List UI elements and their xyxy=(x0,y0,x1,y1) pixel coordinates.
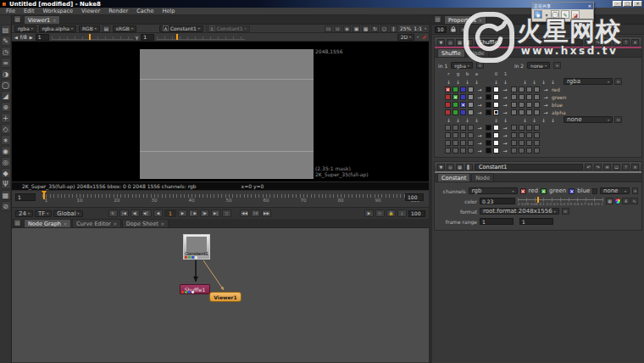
matrix-checkbox[interactable] xyxy=(534,102,540,108)
input-b-select[interactable]: B Constant1▾ xyxy=(206,25,250,32)
in1-link-button[interactable]: = xyxy=(476,62,484,69)
matrix-checkbox[interactable] xyxy=(511,132,517,138)
matrix-checkbox[interactable] xyxy=(460,140,466,146)
redo-icon[interactable]: ↷ xyxy=(594,39,602,46)
gain-value[interactable]: 1 xyxy=(36,34,49,41)
close-icon[interactable]: ✕ xyxy=(631,39,639,46)
matrix-checkbox[interactable] xyxy=(452,94,458,100)
matrix-checkbox[interactable] xyxy=(526,94,532,100)
views-icon[interactable]: ◎ xyxy=(1,157,11,167)
node-color-icon[interactable]: ▌ xyxy=(465,39,473,46)
matrix-checkbox[interactable] xyxy=(519,87,525,92)
tab-close-icon[interactable]: ✕ xyxy=(53,18,56,23)
menu-viewer[interactable]: Viewer xyxy=(77,8,104,14)
matrix-checkbox[interactable] xyxy=(460,148,466,154)
lock-panels-icon[interactable] xyxy=(449,26,457,33)
playback-range-field[interactable]: 100 xyxy=(408,210,425,217)
menu-render[interactable]: Render xyxy=(104,8,132,14)
matrix-checkbox[interactable] xyxy=(511,94,517,100)
green-channel-checkbox[interactable] xyxy=(541,188,547,194)
matrix-checkbox[interactable] xyxy=(511,140,517,146)
manage-icon[interactable]: ≡ xyxy=(603,39,611,46)
matrix-checkbox[interactable] xyxy=(526,109,532,115)
prev-keyframe-button[interactable]: ◀| xyxy=(130,209,140,217)
other-icon[interactable]: ▦ xyxy=(1,190,11,200)
swatch-icon[interactable]: ▦ xyxy=(456,39,464,46)
color-slider[interactable]: 00.050.080.10.20.30.40.50.60.70.80.91 xyxy=(518,197,603,205)
gain-slider[interactable] xyxy=(52,35,133,40)
gamma-slider[interactable] xyxy=(157,35,245,40)
matrix-checkbox[interactable] xyxy=(486,132,491,138)
matrix-checkbox[interactable] xyxy=(468,132,474,138)
center-node-icon[interactable]: ◎ xyxy=(447,164,454,170)
shuffle-node-name[interactable]: Shuffle1 xyxy=(475,39,583,46)
animation-curve-icon[interactable]: ∿ xyxy=(630,198,638,204)
step-forward-button[interactable]: ▏▶ xyxy=(189,209,198,217)
tab-constant[interactable]: Constant xyxy=(437,173,470,182)
frame-range-to-field[interactable]: 1 xyxy=(519,218,553,225)
extra-channel-select[interactable]: none▾ xyxy=(600,187,630,194)
matrix-checkbox[interactable] xyxy=(534,125,540,131)
roi-icon[interactable]: ◈ xyxy=(343,25,351,32)
stereo-select-caret[interactable]: ▾ xyxy=(417,35,419,39)
color-wheel-icon[interactable] xyxy=(614,198,621,204)
matrix-checkbox[interactable] xyxy=(445,148,451,154)
matrix-checkbox[interactable] xyxy=(526,102,532,108)
import-range-icon[interactable]: ⭳ xyxy=(397,209,407,217)
chat-icon[interactable]: 💬 xyxy=(551,10,559,19)
channels-link-button[interactable]: = xyxy=(632,187,638,194)
channels-select[interactable]: rgb▾ xyxy=(469,187,518,194)
tab-close-icon[interactable]: ✕ xyxy=(64,221,67,226)
matrix-checkbox[interactable] xyxy=(534,132,540,138)
node-graph-canvas[interactable]: Constant1 Shuffle1 Viewer1 xyxy=(12,228,429,362)
menu-workspace[interactable]: Workspace xyxy=(38,8,77,14)
input-a-select[interactable]: A Constant1▾ xyxy=(159,25,203,32)
menu-help[interactable]: Help xyxy=(158,8,179,14)
color-swatch-icon[interactable]: ▦ xyxy=(606,198,613,204)
eraser-icon[interactable]: ◪ xyxy=(571,10,580,19)
matrix-checkbox[interactable] xyxy=(486,87,491,92)
display-channel-select[interactable]: RGB▾ xyxy=(79,25,100,32)
undo-icon[interactable]: ↶ xyxy=(585,39,592,46)
fps-select[interactable]: 24▾ xyxy=(15,210,33,217)
out2-select-link-button[interactable]: = xyxy=(614,116,622,123)
layer-select[interactable]: rgba▾ xyxy=(14,25,36,32)
metadata-icon[interactable]: ◆ xyxy=(1,168,11,178)
in1-select[interactable]: rgba▾ xyxy=(451,62,473,69)
lock-range-icon[interactable]: 🔒 xyxy=(386,209,396,217)
matrix-checkbox[interactable] xyxy=(460,109,466,115)
matrix-checkbox[interactable] xyxy=(460,102,466,108)
matrix-checkbox[interactable] xyxy=(445,94,451,100)
matrix-checkbox[interactable] xyxy=(493,140,499,146)
tab-shuffle[interactable]: Shuffle xyxy=(437,48,465,57)
matrix-checkbox[interactable] xyxy=(493,94,499,100)
timecode-mode-select[interactable]: TF▾ xyxy=(35,210,52,217)
pane-menu-icon[interactable]: ▥ xyxy=(434,15,441,23)
gain-stop-label[interactable]: f/8 xyxy=(20,34,27,40)
node-shuffle1[interactable]: Shuffle1 xyxy=(180,284,210,294)
stop-button[interactable]: ○ xyxy=(222,209,231,217)
matrix-checkbox[interactable] xyxy=(519,94,525,100)
out1-select[interactable]: rgba▾ xyxy=(564,78,613,85)
keyer-icon[interactable]: ◢ xyxy=(1,91,11,101)
filter-icon[interactable]: ◯ xyxy=(1,80,11,90)
float-icon[interactable]: ▭ xyxy=(613,164,620,170)
draw-icon[interactable]: ✎ xyxy=(1,36,11,46)
matrix-checkbox[interactable] xyxy=(526,87,532,92)
swatch-icon[interactable]: ▦ xyxy=(456,164,464,170)
proxy-icon[interactable]: ▣ xyxy=(353,25,360,32)
merge-icon[interactable]: ⊕ xyxy=(1,102,11,112)
matrix-checkbox[interactable] xyxy=(468,109,474,115)
matrix-checkbox[interactable] xyxy=(468,148,474,154)
color-value-field[interactable]: 0.23 xyxy=(480,198,515,204)
matrix-checkbox[interactable] xyxy=(519,140,525,146)
loop-mode-icon[interactable]: ↻ xyxy=(108,209,118,217)
help-icon[interactable]: ⊘ xyxy=(1,201,11,211)
gamma-value[interactable]: 1 xyxy=(141,34,154,41)
matrix-checkbox[interactable] xyxy=(486,140,491,146)
goto-end-button[interactable]: ▶| xyxy=(211,209,220,217)
collapse-icon[interactable]: ▼ xyxy=(437,39,445,46)
matrix-checkbox[interactable] xyxy=(526,140,532,146)
pane-menu-icon[interactable]: ▥ xyxy=(14,15,21,23)
pen-icon[interactable]: ✎ xyxy=(561,10,569,19)
